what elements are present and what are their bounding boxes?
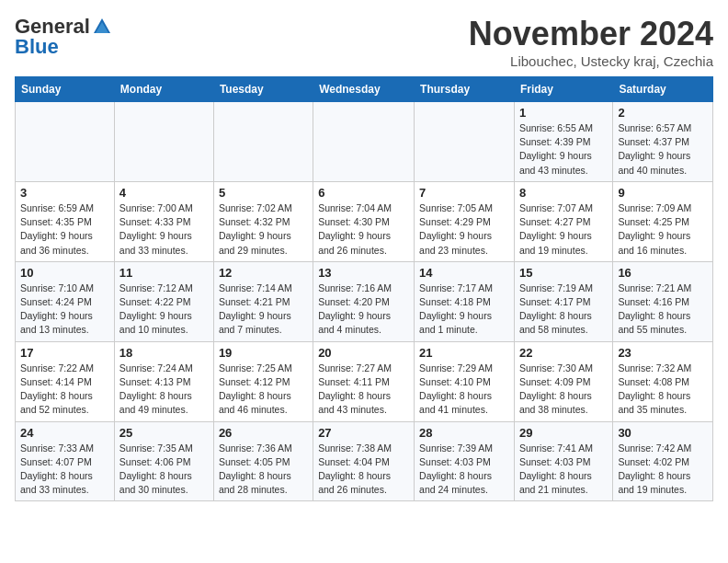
day-number: 22 xyxy=(519,346,608,360)
day-detail: Sunrise: 7:09 AM Sunset: 4:25 PM Dayligh… xyxy=(618,201,708,258)
day-detail: Sunrise: 7:30 AM Sunset: 4:09 PM Dayligh… xyxy=(519,362,608,418)
day-number: 11 xyxy=(119,266,209,280)
calendar-cell: 18Sunrise: 7:24 AM Sunset: 4:13 PM Dayli… xyxy=(114,341,213,421)
day-number: 14 xyxy=(419,266,509,280)
day-number: 26 xyxy=(219,426,308,440)
calendar-cell: 2Sunrise: 6:57 AM Sunset: 4:37 PM Daylig… xyxy=(613,102,713,182)
day-number: 13 xyxy=(318,266,409,280)
calendar-cell: 14Sunrise: 7:17 AM Sunset: 4:18 PM Dayli… xyxy=(415,261,515,341)
column-header-thursday: Thursday xyxy=(415,77,515,102)
day-number: 16 xyxy=(618,266,708,280)
day-number: 8 xyxy=(519,186,608,200)
calendar-cell: 12Sunrise: 7:14 AM Sunset: 4:21 PM Dayli… xyxy=(213,261,313,341)
calendar-week-2: 3Sunrise: 6:59 AM Sunset: 4:35 PM Daylig… xyxy=(16,181,713,261)
day-number: 25 xyxy=(119,426,209,440)
calendar-cell: 19Sunrise: 7:25 AM Sunset: 4:12 PM Dayli… xyxy=(213,341,313,421)
calendar-cell: 21Sunrise: 7:29 AM Sunset: 4:10 PM Dayli… xyxy=(415,341,515,421)
day-number: 4 xyxy=(119,186,209,200)
day-detail: Sunrise: 7:22 AM Sunset: 4:14 PM Dayligh… xyxy=(20,362,109,418)
day-detail: Sunrise: 7:04 AM Sunset: 4:30 PM Dayligh… xyxy=(318,201,409,258)
day-detail: Sunrise: 7:12 AM Sunset: 4:22 PM Dayligh… xyxy=(119,282,209,338)
day-detail: Sunrise: 7:19 AM Sunset: 4:17 PM Dayligh… xyxy=(519,282,608,338)
calendar-cell: 6Sunrise: 7:04 AM Sunset: 4:30 PM Daylig… xyxy=(313,181,415,261)
calendar-cell: 11Sunrise: 7:12 AM Sunset: 4:22 PM Dayli… xyxy=(114,261,213,341)
calendar-cell: 17Sunrise: 7:22 AM Sunset: 4:14 PM Dayli… xyxy=(16,341,115,421)
calendar-week-1: 1Sunrise: 6:55 AM Sunset: 4:39 PM Daylig… xyxy=(16,102,713,182)
logo-blue-text: Blue xyxy=(15,35,59,59)
day-number: 5 xyxy=(219,186,308,200)
day-number: 29 xyxy=(519,426,608,440)
calendar-cell xyxy=(313,102,415,182)
calendar-cell: 20Sunrise: 7:27 AM Sunset: 4:11 PM Dayli… xyxy=(313,341,415,421)
day-detail: Sunrise: 7:27 AM Sunset: 4:11 PM Dayligh… xyxy=(318,362,409,418)
calendar-table: SundayMondayTuesdayWednesdayThursdayFrid… xyxy=(15,76,713,501)
day-detail: Sunrise: 7:16 AM Sunset: 4:20 PM Dayligh… xyxy=(318,282,409,338)
day-number: 28 xyxy=(419,426,509,440)
page-header: General Blue November 2024 Libouchec, Us… xyxy=(15,15,713,69)
day-number: 19 xyxy=(219,346,308,360)
calendar-cell: 4Sunrise: 7:00 AM Sunset: 4:33 PM Daylig… xyxy=(114,181,213,261)
calendar-cell: 7Sunrise: 7:05 AM Sunset: 4:29 PM Daylig… xyxy=(415,181,515,261)
day-detail: Sunrise: 7:42 AM Sunset: 4:02 PM Dayligh… xyxy=(618,442,708,498)
calendar-cell: 24Sunrise: 7:33 AM Sunset: 4:07 PM Dayli… xyxy=(16,421,115,501)
calendar-cell: 1Sunrise: 6:55 AM Sunset: 4:39 PM Daylig… xyxy=(514,102,612,182)
day-detail: Sunrise: 7:35 AM Sunset: 4:06 PM Dayligh… xyxy=(119,442,209,498)
calendar-cell: 28Sunrise: 7:39 AM Sunset: 4:03 PM Dayli… xyxy=(415,421,515,501)
day-detail: Sunrise: 7:07 AM Sunset: 4:27 PM Dayligh… xyxy=(519,201,608,258)
day-number: 17 xyxy=(20,346,109,360)
calendar-cell: 5Sunrise: 7:02 AM Sunset: 4:32 PM Daylig… xyxy=(213,181,313,261)
day-number: 30 xyxy=(618,426,708,440)
calendar-cell: 25Sunrise: 7:35 AM Sunset: 4:06 PM Dayli… xyxy=(114,421,213,501)
day-detail: Sunrise: 7:17 AM Sunset: 4:18 PM Dayligh… xyxy=(419,282,509,338)
calendar-cell: 3Sunrise: 6:59 AM Sunset: 4:35 PM Daylig… xyxy=(16,181,115,261)
day-detail: Sunrise: 6:57 AM Sunset: 4:37 PM Dayligh… xyxy=(618,121,708,178)
calendar-cell xyxy=(213,102,313,182)
day-number: 9 xyxy=(618,186,708,200)
day-number: 6 xyxy=(318,186,409,200)
calendar-cell: 29Sunrise: 7:41 AM Sunset: 4:03 PM Dayli… xyxy=(514,421,612,501)
day-detail: Sunrise: 7:33 AM Sunset: 4:07 PM Dayligh… xyxy=(20,442,109,498)
day-number: 24 xyxy=(20,426,109,440)
calendar-week-4: 17Sunrise: 7:22 AM Sunset: 4:14 PM Dayli… xyxy=(16,341,713,421)
day-number: 27 xyxy=(318,426,409,440)
calendar-cell xyxy=(114,102,213,182)
month-title: November 2024 xyxy=(469,15,713,53)
day-number: 15 xyxy=(519,266,608,280)
calendar-cell: 30Sunrise: 7:42 AM Sunset: 4:02 PM Dayli… xyxy=(613,421,713,501)
day-detail: Sunrise: 7:29 AM Sunset: 4:10 PM Dayligh… xyxy=(419,362,509,418)
day-number: 10 xyxy=(20,266,109,280)
day-number: 23 xyxy=(618,346,708,360)
day-number: 7 xyxy=(419,186,509,200)
day-number: 20 xyxy=(318,346,409,360)
calendar-cell: 8Sunrise: 7:07 AM Sunset: 4:27 PM Daylig… xyxy=(514,181,612,261)
calendar-cell: 23Sunrise: 7:32 AM Sunset: 4:08 PM Dayli… xyxy=(613,341,713,421)
day-number: 1 xyxy=(519,106,608,120)
calendar-cell: 26Sunrise: 7:36 AM Sunset: 4:05 PM Dayli… xyxy=(213,421,313,501)
day-number: 18 xyxy=(119,346,209,360)
calendar-cell: 16Sunrise: 7:21 AM Sunset: 4:16 PM Dayli… xyxy=(613,261,713,341)
column-header-sunday: Sunday xyxy=(16,77,115,102)
day-number: 12 xyxy=(219,266,308,280)
logo-icon xyxy=(92,17,112,37)
day-detail: Sunrise: 7:25 AM Sunset: 4:12 PM Dayligh… xyxy=(219,362,308,418)
calendar-cell: 15Sunrise: 7:19 AM Sunset: 4:17 PM Dayli… xyxy=(514,261,612,341)
column-header-friday: Friday xyxy=(514,77,612,102)
logo: General Blue xyxy=(15,15,112,59)
day-detail: Sunrise: 7:10 AM Sunset: 4:24 PM Dayligh… xyxy=(20,282,109,338)
day-number: 2 xyxy=(618,106,708,120)
day-detail: Sunrise: 6:55 AM Sunset: 4:39 PM Dayligh… xyxy=(519,121,608,178)
calendar-header-row: SundayMondayTuesdayWednesdayThursdayFrid… xyxy=(16,77,713,102)
day-detail: Sunrise: 7:39 AM Sunset: 4:03 PM Dayligh… xyxy=(419,442,509,498)
calendar-cell xyxy=(415,102,515,182)
day-detail: Sunrise: 7:14 AM Sunset: 4:21 PM Dayligh… xyxy=(219,282,308,338)
day-detail: Sunrise: 7:05 AM Sunset: 4:29 PM Dayligh… xyxy=(419,201,509,258)
day-number: 3 xyxy=(20,186,109,200)
day-detail: Sunrise: 7:36 AM Sunset: 4:05 PM Dayligh… xyxy=(219,442,308,498)
calendar-cell: 27Sunrise: 7:38 AM Sunset: 4:04 PM Dayli… xyxy=(313,421,415,501)
day-detail: Sunrise: 7:32 AM Sunset: 4:08 PM Dayligh… xyxy=(618,362,708,418)
column-header-monday: Monday xyxy=(114,77,213,102)
column-header-wednesday: Wednesday xyxy=(313,77,415,102)
day-detail: Sunrise: 7:21 AM Sunset: 4:16 PM Dayligh… xyxy=(618,282,708,338)
day-detail: Sunrise: 7:00 AM Sunset: 4:33 PM Dayligh… xyxy=(119,201,209,258)
calendar-cell xyxy=(16,102,115,182)
